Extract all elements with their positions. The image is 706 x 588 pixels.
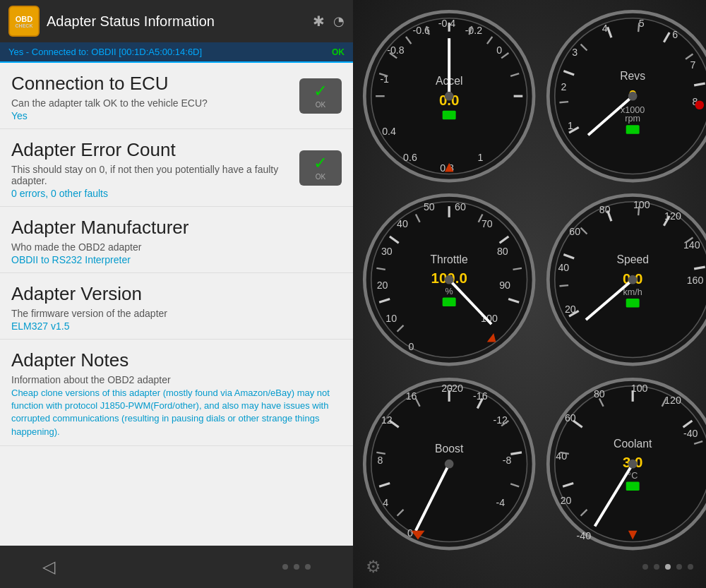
svg-text:30: 30 [381, 246, 393, 258]
svg-rect-160 [626, 481, 640, 491]
nav-dot-3 [305, 564, 311, 570]
page-dot-2 [654, 564, 659, 570]
logo-bottom-text: CHECK [16, 23, 33, 28]
section-value-0: Yes [11, 110, 289, 121]
back-button[interactable]: ◁ [42, 557, 55, 577]
svg-text:6: 6 [673, 29, 678, 40]
svg-text:0: 0 [409, 341, 414, 352]
bluetooth-icon: ✱ [313, 13, 325, 30]
svg-line-97 [560, 285, 569, 286]
svg-text:16: 16 [406, 390, 417, 401]
svg-text:60: 60 [455, 202, 466, 213]
svg-text:10: 10 [385, 313, 397, 324]
nav-dot-1 [282, 564, 288, 570]
svg-text:7: 7 [690, 59, 696, 71]
page-dot-3-active [665, 564, 671, 570]
svg-point-162 [628, 460, 638, 469]
svg-text:rpm: rpm [626, 114, 641, 124]
svg-text:100: 100 [633, 200, 650, 211]
svg-text:4: 4 [383, 497, 388, 508]
svg-rect-82 [443, 298, 456, 307]
header-bar: OBD CHECK Adapter Status Information ✱ ◔ [0, 0, 353, 42]
svg-text:40: 40 [397, 218, 408, 229]
svg-text:-0.4: -0.4 [438, 18, 456, 29]
section-badge-1: ✓ OK [299, 150, 342, 186]
section-badge-0: ✓ OK [299, 78, 342, 114]
gauge-speed: 20 40 60 80 100 120 140 160 Speed [544, 191, 706, 368]
svg-text:140: 140 [683, 239, 700, 251]
ok-text-0: OK [316, 101, 325, 109]
section-desc-2: Who made the OBD2 adapter [11, 241, 342, 253]
svg-text:-20: -20 [448, 382, 463, 393]
check-icon-0: ✓ [313, 83, 328, 100]
svg-text:0.4: 0.4 [382, 126, 396, 137]
section-value-1: 0 errors, 0 other faults [11, 188, 289, 199]
section-desc-4: Information about the OBD2 adapter [11, 374, 342, 385]
page-dot-5 [688, 564, 693, 570]
page-dot-4 [676, 564, 682, 570]
check-icon-1: ✓ [313, 155, 328, 172]
section-manufacturer: Adapter Manufacturer Who made the OBD2 a… [0, 207, 353, 273]
svg-text:3: 3 [573, 47, 578, 58]
section-value-2: OBDII to RS232 Interpreter [11, 254, 342, 265]
svg-rect-52 [626, 125, 640, 134]
svg-text:-0.8: -0.8 [387, 44, 405, 56]
nav-dot-2 [294, 564, 299, 570]
bottom-nav: ◁ [0, 546, 353, 588]
svg-line-40 [560, 102, 569, 102]
gauge-revs: 1 2 3 4 5 6 7 8 Revs [544, 7, 706, 185]
page-dots [642, 564, 693, 570]
left-panel: OBD CHECK Adapter Status Information ✱ ◔… [0, 0, 353, 588]
svg-point-54 [628, 92, 638, 101]
top-icons: ✱ ◔ [313, 13, 345, 30]
gauge-boost: 0 4 8 12 16 20 -20 -16 -12 -8 -4 [360, 375, 538, 553]
section-title-0: Connection to ECU [11, 73, 289, 95]
svg-text:Coolant: Coolant [614, 437, 652, 449]
gauge-coolant: -40 20 40 60 80 100 120 -40 Coolant [544, 375, 706, 553]
svg-text:40: 40 [558, 262, 570, 273]
gauge-accel: -1 -0.8 -0.6 -0.4 -0.2 0 0.4 0.6 0.8 1 [360, 7, 538, 185]
section-title-2: Adapter Manufacturer [11, 217, 342, 239]
svg-text:-4: -4 [496, 497, 505, 508]
svg-text:Speed: Speed [617, 253, 650, 265]
section-desc-3: The firmware version of the adapter [11, 308, 342, 319]
svg-line-101 [638, 207, 639, 216]
section-connection-ecu: Connection to ECU Can the adapter talk O… [0, 63, 353, 129]
section-error-count: Adapter Error Count This should stay on … [0, 129, 353, 207]
svg-text:-0.2: -0.2 [465, 25, 483, 36]
logo-top-text: OBD [16, 15, 32, 23]
svg-text:50: 50 [424, 202, 435, 213]
svg-text:20: 20 [377, 280, 388, 291]
svg-text:-40: -40 [577, 530, 592, 541]
section-desc-0: Can the adapter talk OK to the vehicle E… [11, 97, 289, 109]
svg-text:80: 80 [594, 388, 605, 399]
section-title-4: Adapter Notes [11, 349, 342, 371]
section-title-1: Adapter Error Count [11, 139, 289, 161]
section-title-3: Adapter Version [11, 283, 342, 305]
svg-text:0.6: 0.6 [403, 152, 417, 163]
svg-text:%: % [445, 287, 453, 296]
section-value-4: Cheap clone versions of this adapter (mo… [11, 387, 342, 438]
gauges-grid: -1 -0.8 -0.6 -0.4 -0.2 0 0.4 0.6 0.8 1 [360, 7, 699, 553]
svg-text:Revs: Revs [621, 70, 646, 82]
svg-rect-108 [626, 299, 640, 308]
section-desc-1: This should stay on 0, if not then you p… [11, 164, 289, 186]
connection-status: OK [332, 47, 345, 57]
svg-point-84 [445, 275, 454, 284]
connection-text: Yes - Connected to: OBDII [00:1D:A5:00:1… [8, 47, 202, 57]
svg-text:-8: -8 [503, 455, 512, 466]
gauge-throttle: 10 20 30 40 50 60 70 80 90 100 0 [360, 191, 538, 368]
svg-point-110 [628, 275, 638, 284]
connection-bar: Yes - Connected to: OBDII [00:1D:A5:00:1… [0, 42, 353, 63]
svg-point-55 [695, 100, 705, 109]
settings-icon[interactable]: ⚙ [366, 557, 381, 577]
svg-text:120: 120 [664, 395, 681, 406]
svg-rect-25 [443, 111, 456, 120]
svg-text:70: 70 [481, 218, 493, 229]
svg-text:Boost: Boost [435, 443, 464, 455]
svg-text:60: 60 [570, 226, 581, 237]
svg-text:-40: -40 [683, 428, 698, 439]
section-notes: Adapter Notes Information about the OBD2… [0, 340, 353, 446]
section-value-3: ELM327 v1.5 [11, 320, 342, 332]
svg-text:-12: -12 [493, 414, 508, 426]
